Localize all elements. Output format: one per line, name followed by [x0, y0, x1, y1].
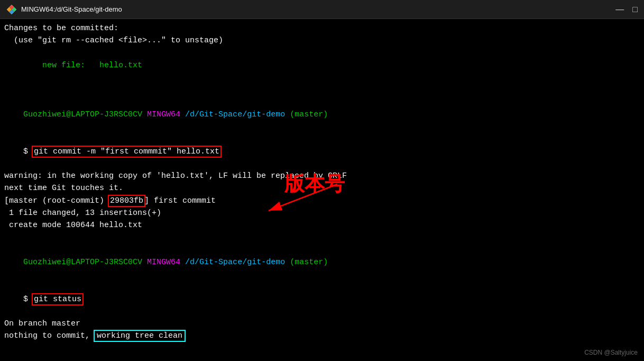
commit-result-container: [master (root-commit) 29803fb] first com…: [4, 195, 640, 207]
terminal-line-blank5: [4, 342, 640, 355]
terminal-line-blank1: [4, 47, 640, 59]
titlebar-controls: — □: [615, 5, 638, 14]
titlebar: MINGW64:/d/Git-Space/git-demo — □: [0, 0, 644, 19]
prompt-line-1: Guozhiwei@LAPTOP-J3RSC0CV MINGW64 /d/Git…: [4, 96, 640, 133]
prompt-line-2: Guozhiwei@LAPTOP-J3RSC0CV MINGW64 /d/Git…: [4, 244, 640, 281]
terminal-line-blank2: [4, 71, 640, 84]
terminal-line-blank4: [4, 231, 640, 243]
terminal-line-2: (use "git rm --cached <file>..." to unst…: [4, 34, 640, 47]
create-mode-line: create mode 100644 hello.txt: [4, 219, 640, 231]
file-changed-line: 1 file changed, 13 insertions(+): [4, 207, 640, 219]
git-commit-line: $ git commit -m "first commmit" hello.tx…: [4, 133, 640, 170]
terminal: Changes to be committed: (use "git rm --…: [0, 19, 644, 361]
terminal-line-newfile: new file: hello.txt: [4, 59, 640, 71]
on-branch-line: On branch master: [4, 318, 640, 330]
window-title: MINGW64:/d/Git-Space/git-demo: [21, 5, 122, 13]
nothing-to-commit-line: nothing to commit, working tree clean: [4, 330, 640, 342]
prompt-line-3: Guozhiwei@LAPTOP-J3RSC0CV MINGW64 /d/Git…: [4, 355, 640, 361]
terminal-line-1: Changes to be committed:: [4, 22, 640, 34]
version-label: 版本号: [284, 168, 345, 200]
minimize-button[interactable]: —: [615, 5, 624, 14]
terminal-line-blank3: [4, 84, 640, 96]
git-status-line: $ git status: [4, 281, 640, 318]
mingw-icon: [6, 4, 17, 15]
watermark: CSDN @Saltyjuice: [584, 348, 638, 358]
maximize-button[interactable]: □: [632, 5, 638, 14]
